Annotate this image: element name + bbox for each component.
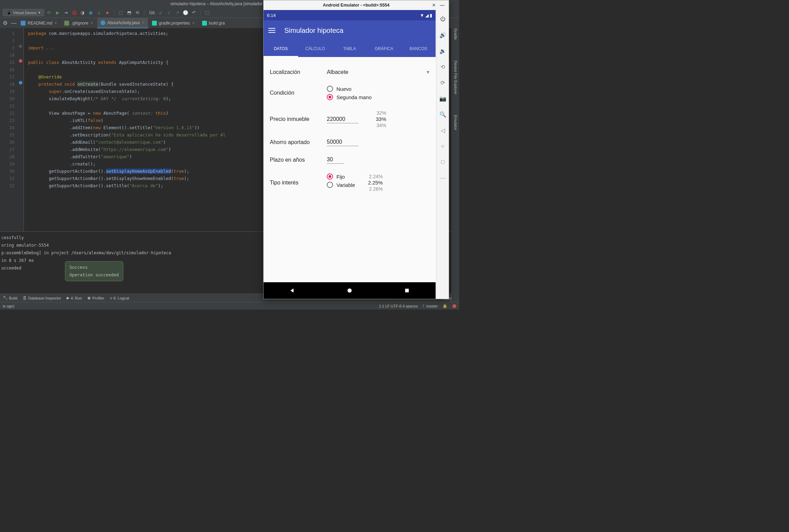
attach-icon[interactable]: ⤓ bbox=[96, 10, 102, 16]
avd-icon[interactable]: ⬚ bbox=[118, 10, 124, 16]
step-icon[interactable]: ⇥ bbox=[63, 10, 69, 16]
more-icon[interactable]: ⬚ bbox=[204, 10, 210, 16]
device-icon: 📱 bbox=[7, 10, 11, 15]
tab-label: AboutActivity.java bbox=[107, 20, 140, 25]
sync-icon[interactable]: ⟲ bbox=[134, 10, 141, 16]
tab-label: CÁLCULO bbox=[305, 46, 325, 51]
battery-icon: ▮ bbox=[430, 13, 432, 18]
tab-db-inspector[interactable]: 🗄 Database Inspector bbox=[23, 296, 61, 300]
loc-dropdown[interactable]: Albacete ▾ bbox=[327, 68, 429, 76]
gitignore-file-icon bbox=[64, 21, 69, 26]
app-title: Simulador hipoteca bbox=[284, 27, 343, 35]
menu-icon[interactable] bbox=[268, 28, 275, 33]
tab-build[interactable]: 🔨 Build bbox=[3, 296, 17, 300]
price-input[interactable] bbox=[327, 115, 359, 123]
rate-pct-wheel[interactable]: 2.24% 2.25% 2.26% bbox=[365, 173, 383, 192]
git-pull-icon[interactable]: ↙ bbox=[158, 10, 164, 16]
volume-up-icon[interactable]: 🔊 bbox=[439, 31, 446, 38]
success-balloon: Success Operation succeeded bbox=[65, 261, 123, 281]
pct-val: 33% bbox=[369, 116, 386, 122]
tab-aboutactivity[interactable]: AboutActivity.java✕ bbox=[97, 18, 149, 28]
build-icon[interactable]: ⟳ bbox=[46, 10, 53, 16]
tab-buildgradle[interactable]: build.gra bbox=[199, 18, 229, 28]
git-commit-icon[interactable]: ✓ bbox=[166, 10, 172, 16]
md-file-icon bbox=[21, 21, 26, 26]
home-icon[interactable]: ○ bbox=[439, 143, 446, 150]
sdk-icon[interactable]: ⬒ bbox=[126, 10, 132, 16]
chevron-down-icon: ▾ bbox=[427, 69, 429, 75]
tab-label: gradle.properties bbox=[159, 21, 190, 26]
nav-home-icon[interactable] bbox=[346, 287, 353, 294]
gradle-file-icon bbox=[152, 21, 157, 26]
tab-gradleprops[interactable]: gradle.properties✕ bbox=[149, 18, 199, 28]
profile-icon[interactable]: ◉ bbox=[88, 10, 94, 16]
rotate-right-icon[interactable]: ⟳ bbox=[439, 79, 446, 86]
tab-label: 4: Run bbox=[71, 296, 82, 300]
tab-tabla[interactable]: TABLA bbox=[332, 40, 367, 57]
close-icon[interactable]: ✕ bbox=[142, 21, 145, 25]
back-icon[interactable]: ◁ bbox=[439, 127, 446, 134]
git-history-icon[interactable]: 🕐 bbox=[182, 10, 189, 16]
editor-settings-icon[interactable]: ⚙ bbox=[0, 20, 10, 26]
more-icon[interactable]: ⋯ bbox=[439, 174, 446, 181]
tool-device-explorer[interactable]: Device File Explorer bbox=[454, 60, 458, 94]
minimize-icon[interactable]: — bbox=[440, 2, 445, 8]
radio-label: Segunda mano bbox=[336, 94, 372, 100]
tool-emulator[interactable]: Emulator bbox=[454, 115, 458, 130]
close-icon[interactable]: ✕ bbox=[432, 3, 436, 8]
zoom-icon[interactable]: 🔍 bbox=[439, 111, 446, 118]
radio-variable[interactable]: Variable bbox=[327, 182, 355, 188]
rotate-left-icon[interactable]: ⟲ bbox=[439, 63, 446, 70]
savings-input[interactable] bbox=[327, 138, 359, 146]
nav-back-icon[interactable] bbox=[289, 287, 295, 294]
debug-icon[interactable]: 🐞 bbox=[71, 10, 77, 16]
coverage-icon[interactable]: ◑ bbox=[79, 10, 86, 16]
stop-icon[interactable]: ■ bbox=[104, 10, 111, 16]
volume-down-icon[interactable]: 🔉 bbox=[439, 47, 446, 54]
editor-hide-icon[interactable]: — bbox=[10, 20, 17, 26]
close-icon[interactable]: ✕ bbox=[91, 21, 93, 25]
overview-icon[interactable]: □ bbox=[439, 159, 446, 165]
tab-readme[interactable]: README.md✕ bbox=[17, 18, 61, 28]
tab-calculo[interactable]: CÁLCULO bbox=[298, 40, 333, 57]
git-rollback-icon[interactable]: ↶ bbox=[191, 10, 197, 16]
tab-bancos[interactable]: BANCOS bbox=[401, 40, 436, 57]
tab-profiler[interactable]: ◉ Profiler bbox=[87, 296, 104, 300]
tab-logcat[interactable]: ≡ 6: Logcat bbox=[110, 296, 129, 300]
power-icon[interactable]: ⏻ bbox=[439, 16, 446, 22]
tab-datos[interactable]: DATOS bbox=[264, 40, 298, 57]
android-status-bar: 6:14 ▼ ◢ ▮ bbox=[264, 10, 436, 20]
device-selector[interactable]: 📱 Virtual Device ▾ bbox=[3, 9, 44, 16]
git-branch[interactable]: ᚶ master bbox=[422, 304, 438, 308]
status-time: 6:14 bbox=[267, 13, 276, 18]
radio-label: Nuevo bbox=[336, 86, 351, 92]
radio-icon bbox=[327, 182, 333, 188]
close-icon[interactable]: ✕ bbox=[192, 21, 195, 25]
run-icon[interactable]: ▶ bbox=[55, 10, 61, 16]
close-icon[interactable]: ✕ bbox=[54, 21, 57, 25]
price-pct-wheel[interactable]: 32% 33% 34% bbox=[369, 110, 386, 129]
tab-gitignore[interactable]: .gitignore✕ bbox=[61, 18, 97, 28]
git-push-icon[interactable]: ↗ bbox=[174, 10, 180, 16]
line-gutter: 1231415161718192021222324252627282930313… bbox=[0, 28, 17, 231]
nav-recents-icon[interactable] bbox=[404, 287, 410, 294]
phone-frame: 6:14 ▼ ◢ ▮ Simulador hipoteca DATOS CÁLC… bbox=[264, 10, 436, 299]
tab-label: DATOS bbox=[274, 46, 288, 51]
lock-icon[interactable]: 🔒 bbox=[443, 304, 447, 308]
emulator-titlebar[interactable]: Android Emulator - <build>:5554 ✕ — bbox=[264, 0, 449, 10]
status-meta: 1:1 LF UTF-8 4 spaces bbox=[379, 304, 418, 308]
tool-gradle[interactable]: Gradle bbox=[454, 28, 458, 40]
warn-icon[interactable]: ⬤ bbox=[452, 304, 456, 308]
form-area[interactable]: Localización Albacete ▾ Condición Nuevo … bbox=[264, 57, 436, 282]
radio-fijo[interactable]: Fijo bbox=[327, 173, 355, 180]
tab-grafica[interactable]: GRÁFICA bbox=[367, 40, 401, 57]
loc-value: Albacete bbox=[327, 69, 348, 75]
tab-label: TABLA bbox=[343, 46, 356, 51]
app-tabs: DATOS CÁLCULO TABLA GRÁFICA BANCOS bbox=[264, 40, 436, 57]
radio-nuevo[interactable]: Nuevo bbox=[327, 86, 429, 92]
tab-run[interactable]: ▶ 4: Run bbox=[67, 296, 82, 300]
app-bar: Simulador hipoteca bbox=[264, 20, 436, 40]
term-input[interactable] bbox=[327, 156, 344, 164]
radio-segunda-mano[interactable]: Segunda mano bbox=[327, 94, 429, 100]
camera-icon[interactable]: 📷 bbox=[439, 95, 446, 102]
